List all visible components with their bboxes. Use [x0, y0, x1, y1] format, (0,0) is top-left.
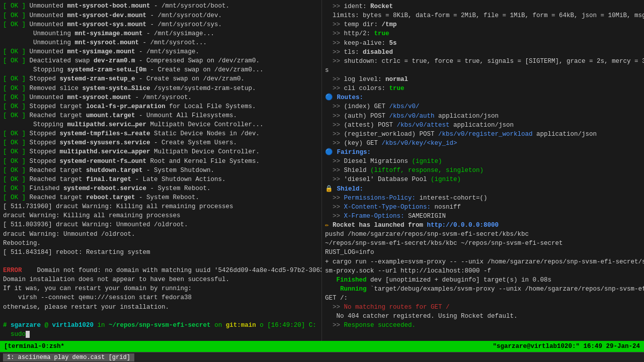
right-line: Running `target/debug/examples/svsm-prox…	[325, 285, 641, 294]
right-line: >> Permissions-Policy: interest-cohort=(…	[325, 194, 641, 203]
left-pane: [ OK ] Unmounted mnt-sysimage-sys.mount …	[0, 0, 322, 341]
line: [ 511.843184] reboot: Restarting system	[3, 248, 318, 257]
line: If it was, you can restart your domain b…	[3, 284, 318, 293]
line: otherwise, please restart your installat…	[3, 303, 318, 312]
prompt-line: # sgarzare @ virtlab1020 in ~/repos/snp-…	[3, 321, 318, 330]
right-line: + cargo run --example=svsm-proxy -- --un…	[325, 257, 641, 266]
line: [ OK ] Reached target reboot.target - Sy…	[3, 193, 318, 202]
line: [ OK ] Unmounted mnt-sysimage.mount - /m…	[3, 47, 318, 56]
tmux-tab[interactable]: 1: asciinema play demo.cast [grid]	[3, 353, 134, 361]
right-line: >> tls: disabled	[325, 48, 641, 57]
right-pane: >> ident: Rocket limits: bytes = 8KiB, d…	[322, 0, 644, 341]
line: [ OK ] Finished systemd-reboot.service -…	[3, 184, 318, 193]
right-line: >> (index) GET /kbs/v0/	[325, 102, 641, 111]
right-line: pushd /home/sgarzare/repos/snp-svsm-efi-…	[325, 230, 641, 239]
right-line: RUST_LOG=info	[325, 248, 641, 257]
line: [ OK ] Stopped target local-fs-pr…eparat…	[3, 102, 318, 111]
line: [ OK ] Unmounted mnt-sysroot-dev.mount -…	[3, 11, 318, 20]
right-line: ~/repos/snp-svsm-efi-secret/kbs/kbc ~/re…	[325, 239, 641, 248]
right-line: GET /:	[325, 294, 641, 303]
right-line: sm-proxy.sock --url http://localhost:800…	[325, 266, 641, 276]
right-line: limits: bytes = 8KiB, data-form = 2MiB, …	[325, 11, 641, 20]
right-line: >> log level: normal	[325, 75, 641, 84]
line: [ 511.803936] dracut Warning: Unmounted …	[3, 220, 318, 229]
right-line: >> (auth) POST /kbs/v0/auth application/…	[325, 112, 641, 121]
right-line: >> (register_workload) POST /kbs/v0/regi…	[325, 130, 641, 139]
blank-line	[3, 257, 318, 266]
line: [ OK ] Stopped multipathd.service…apper …	[3, 147, 318, 156]
tmux-bar: 1: asciinema play demo.cast [grid]	[0, 352, 644, 362]
right-line: No 404 catcher registered. Using Rocket …	[325, 312, 641, 321]
right-line: >> ident: Rocket	[325, 2, 641, 11]
right-line: >> 'diesel' Database Pool (ignite)	[325, 175, 641, 184]
left-terminal-output: [ OK ] Unmounted mnt-sysimage-sys.mount …	[3, 0, 318, 339]
status-bar-right: "sgarzare@virtlab1020:" 16:49 29-Jan-24	[493, 343, 640, 350]
right-line: >> No matching routes for GET /	[325, 303, 641, 312]
right-line: >> temp dir: /tmp	[325, 20, 641, 29]
line: [ OK ] Unmounted mnt-sysroot-sys.mount -…	[3, 20, 318, 29]
error-line: ERROR Domain not found: no domain with m…	[3, 266, 318, 275]
right-line: s	[325, 66, 641, 75]
status-bar-left: [terminal-0:zsh*	[4, 343, 64, 350]
line: Stopping multipathd.servic…per Multipath…	[3, 120, 318, 129]
main-content: [ OK ] Unmounted mnt-sysimage-sys.mount …	[0, 0, 644, 341]
line: [ OK ] Reached target final.target - Lat…	[3, 175, 318, 184]
fairings-header: 🔵 Fairings:	[325, 148, 641, 157]
right-line: >> (attest) POST /kbs/v0/attest applicat…	[325, 121, 641, 130]
line: dracut Warning: Unmounted /oldroot.	[3, 230, 318, 239]
routes-header: 🔵 Routes:	[325, 93, 641, 102]
right-line: >> Diesel Migrations (ignite)	[325, 157, 641, 166]
blank-line	[3, 312, 318, 321]
line: [ OK ] Reached target umount.target - Un…	[3, 111, 318, 120]
line: Rebooting.	[3, 239, 318, 248]
right-line: >> (key) GET /kbs/v0/key/<key_id>	[325, 139, 641, 148]
line: [ OK ] Unmounted mnt-sysroot-boot.mount …	[3, 2, 318, 11]
right-line: >> cli colors: true	[325, 84, 641, 93]
status-bar: [terminal-0:zsh* "sgarzare@virtlab1020:"…	[0, 341, 644, 352]
line: [ OK ] Deactivated swap dev-zram0.m - Co…	[3, 56, 318, 65]
shield-header: 🔒 Shield:	[325, 185, 641, 194]
ok-badge: [ OK ]	[3, 0, 26, 1]
line: dracut Warning: Killing all remaining pr…	[3, 211, 318, 220]
rocket-launch-line: ✏ Rocket has launched from http://0.0.0.…	[325, 221, 641, 230]
line: Stopping systemd-zram-setu…[0m - Create …	[3, 65, 318, 74]
line: [ 511.731960] dracut Warning: Killing al…	[3, 202, 318, 211]
command-line[interactable]: sudo	[3, 330, 318, 339]
right-line: >> X-Frame-Options: SAMEORIGIN	[325, 212, 641, 221]
line: [ OK ] Stopped systemd-sysusers.service …	[3, 138, 318, 147]
line: [ OK ] Reached target shutdown.target - …	[3, 166, 318, 175]
line: virsh --connect qemu:///session start fe…	[3, 293, 318, 302]
line: [ OK ] Stopped systemd-remount-fs…ount R…	[3, 157, 318, 166]
line: [ OK ] Stopped systemd-zram-setup_e - Cr…	[3, 74, 318, 83]
line: [ OK ] Unmounted mnt-sysroot.mount - /mn…	[3, 93, 318, 102]
line: Unmounting mnt-sysroot.mount - /mnt/sysr…	[3, 38, 318, 47]
right-line: >> shutdown: ctrlc = true, force = true,…	[325, 57, 641, 66]
line: Unmounting mnt-sysimage.mount - /mnt/sys…	[3, 29, 318, 38]
line: Domain installation does not appear to h…	[3, 275, 318, 284]
right-line: >> http/2: true	[325, 29, 641, 38]
right-line: >> X-Content-Type-Options: nosniff	[325, 203, 641, 212]
right-line: >> keep-alive: 5s	[325, 39, 641, 48]
line: [ OK ] Stopped systemd-tmpfiles-s…reate …	[3, 129, 318, 138]
right-line: >> Shield (liftoff, response, singleton)	[325, 166, 641, 175]
right-line: Finished dev [unoptimized + debuginfo] t…	[325, 276, 641, 285]
line: [ OK ] Removed slice system-syste…Slice …	[3, 84, 318, 93]
right-line: >> Response succeeded.	[325, 321, 641, 330]
